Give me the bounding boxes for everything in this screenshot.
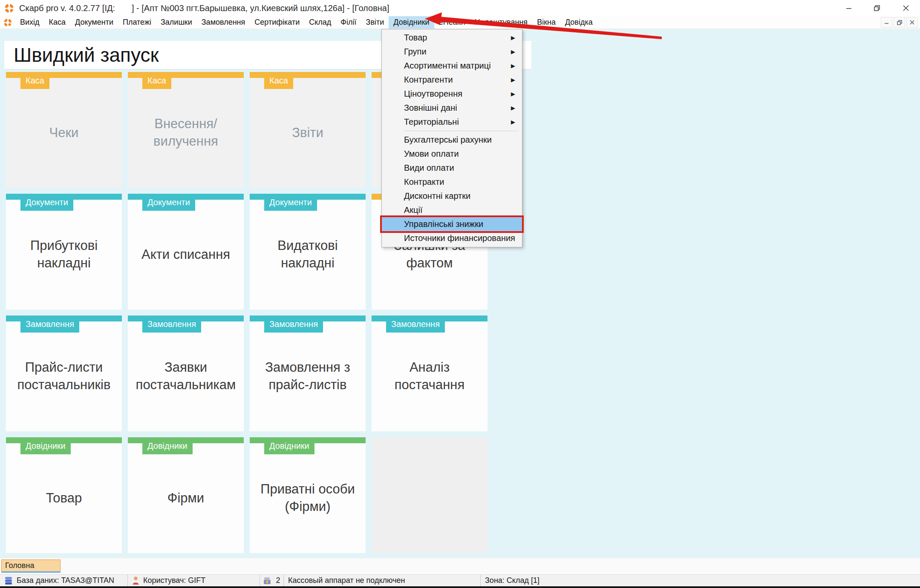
- menu-bar: Вихід Каса Документи Платежі Залишки Зам…: [0, 16, 920, 29]
- submenu-arrow-icon: ▶: [511, 119, 515, 125]
- dropdown-menu-item[interactable]: Умови оплати: [382, 147, 522, 161]
- status-session-section: 2: [260, 575, 284, 586]
- menubar-item-vikna[interactable]: Вікна: [532, 16, 560, 29]
- tile-tovar[interactable]: Довідники Товар: [6, 437, 122, 553]
- database-icon: [4, 576, 13, 585]
- menubar-item-ehealth[interactable]: eHealth: [434, 16, 470, 29]
- dropdown-item-label: Товар: [404, 33, 427, 43]
- tile-akty-spysannia[interactable]: Документи Акти списання: [128, 194, 244, 310]
- menu-separator: [404, 131, 519, 131]
- dropdown-item-label: Територіальні: [404, 117, 459, 127]
- menubar-item-nalashtuvannia[interactable]: Налаштування: [470, 16, 532, 29]
- dropdown-menu-item[interactable]: Ціноутворення ▶: [382, 87, 522, 101]
- dropdown-item-label: Групи: [404, 47, 427, 57]
- tile-prais-lysty-postachalnykiv[interactable]: Замовлення Прайс-листи постачальників: [6, 316, 122, 431]
- tile-label: Товар: [10, 490, 118, 507]
- dropdown-menu-item[interactable]: Контракти: [382, 175, 522, 189]
- minimize-button[interactable]: [834, 0, 863, 16]
- session-count: 2: [276, 576, 280, 585]
- mdi-restore-button[interactable]: [894, 17, 905, 28]
- close-icon: [903, 5, 909, 11]
- submenu-arrow-icon: ▶: [511, 91, 515, 97]
- tile-label: Прибуткові накладні: [10, 237, 118, 272]
- menubar-item-kasa[interactable]: Каса: [44, 16, 71, 29]
- tile-label: Звіти: [254, 124, 361, 142]
- dropdown-menu-item[interactable]: Асортиментні матриці ▶: [382, 59, 522, 73]
- tile-label: Внесення/вилучення: [132, 115, 239, 150]
- menubar-item-zamovlennia[interactable]: Замовлення: [197, 16, 250, 29]
- dropdown-item-label: Зовнішні дані: [404, 103, 457, 113]
- dropdown-menu-item[interactable]: Територіальні ▶: [382, 115, 522, 129]
- dropdown-item-label: Управлінські знижки: [404, 219, 483, 229]
- dropdown-menu-item[interactable]: Бухгалтерські рахунки: [382, 133, 522, 147]
- page-title: Швидкий запуск: [14, 43, 159, 66]
- tile-zaiavky-postachalnykam[interactable]: Замовлення Заявки постачальникам: [128, 316, 244, 431]
- window-title: Скарб pro v. 4.0.2.77 [ІД: ] - [Апт №003…: [19, 3, 389, 13]
- menubar-item-zalyshky[interactable]: Залишки: [156, 16, 197, 29]
- tile-category-tag: Довідники: [264, 437, 314, 454]
- dropdown-item-label: Умови оплати: [404, 149, 459, 159]
- tile-cheky[interactable]: Каса Чеки: [6, 72, 122, 188]
- tile-label: Приватні особи (Фірми): [254, 481, 361, 516]
- client-area: Швидкий запуск Каса Чеки Каса Внесення/в…: [0, 29, 920, 558]
- tile-zvity[interactable]: Каса Звіти: [250, 72, 366, 188]
- dropdown-menu-item[interactable]: Зовнішні дані ▶: [382, 101, 522, 115]
- tile-firmy[interactable]: Довідники Фірми: [128, 437, 244, 553]
- cash-register-icon: [263, 577, 272, 585]
- menubar-item-dovidnyky[interactable]: Довідники: [389, 16, 434, 29]
- dropdown-menu-item[interactable]: Товар ▶: [382, 31, 522, 45]
- dropdown-menu-item[interactable]: Види оплати: [382, 161, 522, 175]
- menubar-item-dovidka[interactable]: Довідка: [560, 16, 597, 29]
- status-user-section: Користувач: GIFT: [128, 575, 260, 586]
- dropdown-menu-item[interactable]: Источники финансирования: [382, 231, 522, 245]
- mdi-window-controls: [881, 17, 918, 28]
- window-bottom-edge: [0, 586, 920, 588]
- window-controls: [834, 0, 920, 16]
- dropdown-menu-item[interactable]: Групи ▶: [382, 45, 522, 59]
- mdi-minimize-icon: [884, 20, 889, 25]
- dropdown-menu-item[interactable]: Акції: [382, 203, 522, 217]
- dropdown-item-label: Акції: [404, 205, 423, 215]
- tile-label: Заявки постачальникам: [132, 359, 239, 394]
- tile-label: Чеки: [10, 124, 118, 142]
- restore-button[interactable]: [863, 0, 891, 16]
- minimize-icon: [845, 5, 852, 11]
- mdi-child-logo-icon: [3, 18, 12, 27]
- tile-category-tag: Документи: [20, 194, 73, 211]
- tile-vnesennia-vyluchennia[interactable]: Каса Внесення/вилучення: [128, 72, 244, 188]
- mdi-close-button[interactable]: [906, 17, 918, 28]
- tile-label: Видаткові накладні: [254, 237, 361, 272]
- tile-zamovlennia-z-prais-lystiv[interactable]: Замовлення Замовлення з прайс-листів: [250, 316, 366, 431]
- tile-prybutkovi-nakladni[interactable]: Документи Прибуткові накладні: [6, 194, 122, 310]
- tile-pryvatni-osoby[interactable]: Довідники Приватні особи (Фірми): [250, 437, 366, 553]
- submenu-arrow-icon: ▶: [511, 77, 515, 83]
- menubar-item-platezhi[interactable]: Платежі: [118, 16, 156, 29]
- tile-vydatkovi-nakladni[interactable]: Документи Видаткові накладні: [250, 194, 366, 310]
- status-zone-section: Зона: Склад [1]: [481, 575, 920, 586]
- tile-label: Фірми: [132, 490, 239, 507]
- dropdown-item-label: Бухгалтерські рахунки: [404, 135, 492, 145]
- menubar-item-vyhid[interactable]: Вихід: [15, 16, 44, 29]
- dropdown-item-label: Контракти: [404, 177, 444, 187]
- dropdown-item-upravlinski-znyzhky[interactable]: Управлінські знижки: [382, 217, 522, 231]
- cash-register-status: Кассовый аппарат не подключен: [288, 576, 405, 585]
- menubar-item-zvity[interactable]: Звіти: [361, 16, 389, 29]
- status-bar: База даних: TASA3@TITAN Користувач: GIFT…: [0, 574, 920, 586]
- mdi-minimize-button[interactable]: [881, 17, 892, 28]
- title-bar: Скарб pro v. 4.0.2.77 [ІД: ] - [Апт №003…: [0, 0, 920, 16]
- status-cash-register-section: Кассовый аппарат не подключен: [284, 575, 481, 586]
- menubar-item-filii[interactable]: Філії: [336, 16, 361, 29]
- menubar-item-sertyfikaty[interactable]: Сертифікати: [250, 16, 304, 29]
- dropdown-item-label: Дисконтні картки: [404, 191, 470, 201]
- tile-label: Акти списання: [132, 246, 239, 264]
- submenu-arrow-icon: ▶: [511, 105, 515, 111]
- dropdown-item-label: Види оплати: [404, 163, 454, 173]
- tab-holovna[interactable]: Головна: [1, 559, 61, 573]
- menubar-item-dokumenty[interactable]: Документи: [70, 16, 118, 29]
- submenu-arrow-icon: ▶: [511, 49, 515, 55]
- menubar-item-sklad[interactable]: Склад: [304, 16, 336, 29]
- dropdown-menu-item[interactable]: Контрагенти ▶: [382, 73, 522, 87]
- dropdown-menu-item[interactable]: Дисконтні картки: [382, 189, 522, 203]
- close-button[interactable]: [891, 0, 920, 16]
- tile-analiz-postachannia[interactable]: Замовлення Аналіз постачання: [372, 316, 487, 431]
